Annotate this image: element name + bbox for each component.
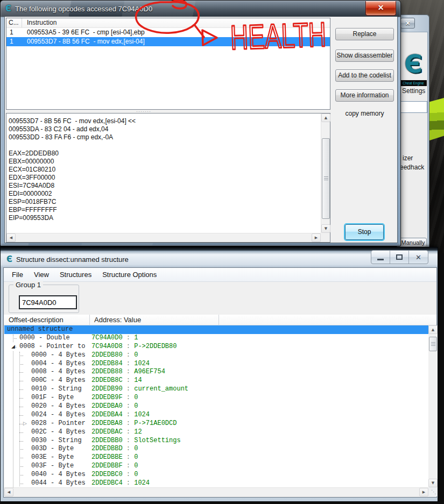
minimize-button[interactable] (371, 251, 390, 264)
vertical-scrollbar[interactable]: ▲ ▼ (321, 113, 330, 233)
column-count[interactable]: C... (6, 18, 22, 27)
scroll-down-icon[interactable]: ▼ (321, 224, 330, 233)
close-icon: ✕ (415, 253, 421, 261)
address-cell: 2DDEDBC4 (91, 479, 123, 487)
group-address-input[interactable] (19, 295, 77, 309)
offset-description-cell: unnamed structure (7, 325, 91, 334)
address-input[interactable] (399, 101, 427, 113)
opcode-list-header[interactable]: C... Instruction (6, 18, 330, 28)
address-cell: 7C94A0D0 (91, 334, 123, 343)
structure-row[interactable]: ◢0008 - Pointer to7C94A0D8 : P->2DDEDB80 (4, 343, 428, 351)
separator: : (123, 479, 135, 487)
vertical-scrollbar[interactable]: ▲ ▼ (428, 325, 438, 487)
value-cell: 0 (134, 453, 138, 462)
group-label: Group 1 (13, 281, 43, 289)
opcode-list[interactable]: C... Instruction 1009553A5 - 39 6E FC - … (6, 18, 330, 110)
value-cell: SlotSettings (134, 437, 180, 445)
structure-row[interactable]: 0030 - String2DDEDBB0 : SlotSettings (4, 437, 428, 445)
separator: : (123, 385, 135, 394)
scroll-up-icon[interactable]: ▲ (321, 113, 330, 122)
copy-memory-label[interactable]: copy memory (335, 110, 394, 117)
column-instruction[interactable]: Instruction (22, 18, 57, 27)
structure-row[interactable]: 003F - Byte2DDEDBBF : 0 (4, 462, 428, 471)
structure-row[interactable]: unnamed structure (4, 325, 428, 334)
collapsed-expander-icon[interactable]: ▷ (23, 420, 27, 428)
structure-row[interactable]: 002C - 4 Bytes2DDEDBAC : 12 (4, 428, 428, 437)
minimize-icon (377, 259, 384, 260)
structure-row[interactable]: 003D - Byte2DDEDBBD : 0 (4, 445, 428, 453)
separator: : (123, 420, 135, 428)
scroll-left-icon[interactable]: ◀ (4, 488, 13, 496)
maximize-button[interactable] (390, 251, 409, 264)
address-cell: 2DDEDB8C (91, 377, 123, 385)
close-button[interactable]: ✕ (365, 1, 396, 16)
structure-row[interactable]: 0040 - 4 Bytes2DDEDBC0 : 0 (4, 471, 428, 479)
scrollbar-thumb[interactable] (429, 337, 437, 351)
close-icon[interactable]: ✕ (400, 18, 415, 29)
stop-button[interactable]: Stop (345, 224, 384, 240)
structure-row[interactable]: 001F - Byte2DDEDB9F : 0 (4, 394, 428, 402)
column-offset-description[interactable]: Offset-description (4, 315, 90, 325)
structure-list-header[interactable]: Offset-description Address: Value (4, 315, 436, 325)
structure-tree[interactable]: unnamed structure0000 - Double7C94A0D0 :… (4, 325, 428, 487)
menu-item-file[interactable]: File (6, 271, 29, 279)
detail-line (9, 141, 321, 150)
more-information-button[interactable]: More information (335, 89, 394, 102)
scroll-left-icon[interactable]: ◀ (6, 233, 16, 242)
structure-row[interactable]: 0010 - String2DDEDB90 : current_amount (4, 385, 428, 394)
structure-row[interactable]: 000C - 4 Bytes2DDEDB8C : 14 (4, 377, 428, 385)
structure-row[interactable]: 0004 - 4 Bytes2DDEDB84 : 1024 (4, 360, 428, 368)
menu-item-structure-options[interactable]: Structure Options (97, 271, 162, 279)
separator: : (123, 360, 135, 368)
value-cell: 12 (134, 428, 142, 437)
offset-description-cell: 0010 - String (7, 385, 91, 394)
separator: : (123, 377, 135, 385)
address-cell: 2DDEDBA8 (91, 420, 123, 428)
disassembly-text: 009553D7 - 8B 56 FC - mov edx,[esi-04] <… (6, 113, 321, 233)
scrollbar-thumb[interactable] (322, 138, 330, 219)
resize-grip-icon[interactable]: ⋱ (428, 487, 438, 496)
structure-row[interactable]: 0008 - 4 Bytes2DDEDB88 : A96EF754 (4, 368, 428, 377)
scroll-right-icon[interactable]: ▶ (419, 488, 428, 496)
scroll-down-icon[interactable]: ▼ (428, 479, 438, 487)
title-bar[interactable]: Є The following opcodes accessed 7C94A0D… (1, 1, 400, 17)
close-button[interactable]: ✕ (409, 251, 428, 264)
opcode-row[interactable]: 1009553A5 - 39 6E FC - cmp [esi-04],ebp (6, 28, 330, 37)
settings-link[interactable]: Settings (402, 87, 425, 95)
separator: : (123, 334, 135, 343)
structure-row[interactable]: 0024 - 4 Bytes2DDEDBA4 : 1024 (4, 411, 428, 420)
menu-item-view[interactable]: View (29, 271, 54, 279)
offset-description-cell: 002C - 4 Bytes (7, 428, 91, 437)
expanded-expander-icon[interactable]: ◢ (11, 343, 15, 351)
separator: : (123, 453, 135, 462)
scroll-right-icon[interactable]: ▶ (312, 233, 321, 242)
structure-row[interactable]: 0000 - 4 Bytes2DDEDB80 : 0 (4, 351, 428, 360)
structure-row[interactable]: 0020 - 4 Bytes2DDEDBA0 : 0 (4, 402, 428, 411)
replace-button[interactable]: Replace (335, 28, 394, 40)
address-cell: 2DDEDBC0 (91, 471, 123, 479)
address-cell: 2DDEDBAC (91, 428, 123, 437)
value-cell: 1024 (134, 360, 150, 368)
offset-description-cell: 0008 - Pointer to (7, 343, 91, 351)
scroll-up-icon[interactable]: ▲ (428, 325, 438, 334)
separator: : (123, 428, 135, 437)
detail-line: 009553DA - 83 C2 04 - add edx,04 (9, 125, 321, 133)
opcode-row[interactable]: 1009553D7 - 8B 56 FC - mov edx,[esi-04] (6, 37, 330, 46)
offset-description-cell: 0000 - 4 Bytes (7, 351, 91, 360)
structure-row[interactable]: ▷0028 - Pointer2DDEDBA8 : P->71AE0DCD (4, 420, 428, 428)
separator: : (123, 462, 135, 471)
value-cell: 0 (134, 394, 138, 402)
column-address-value[interactable]: Address: Value (90, 315, 219, 325)
horizontal-scrollbar[interactable]: ◀ ▶ (6, 233, 321, 242)
add-address-manually-button[interactable]: Manually (399, 238, 427, 247)
structure-row[interactable]: 0044 - 4 Bytes2DDEDBC4 : 1024 (4, 479, 428, 487)
address-cell: 2DDEDBBE (91, 453, 123, 462)
structure-row[interactable]: 0000 - Double7C94A0D0 : 1 (4, 334, 428, 343)
menu-item-structures[interactable]: Structures (54, 271, 97, 279)
add-to-codelist-button[interactable]: Add to the codelist (335, 69, 394, 82)
show-disassembler-button[interactable]: Show disassembler (335, 49, 394, 62)
horizontal-scrollbar[interactable]: ◀ ▶ (4, 487, 428, 496)
caption-buttons: ✕ (371, 250, 428, 264)
offset-description-cell: 0030 - String (7, 437, 91, 445)
structure-row[interactable]: 003E - Byte2DDEDBBE : 0 (4, 453, 428, 462)
